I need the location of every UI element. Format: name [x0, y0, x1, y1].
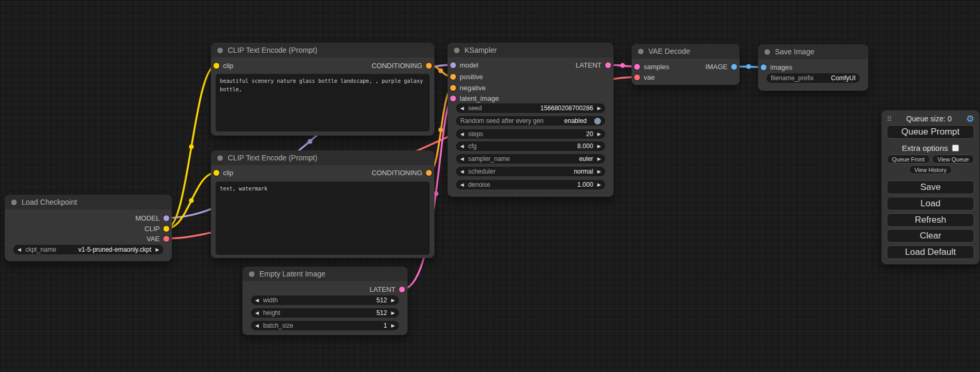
node-title-bar[interactable]: Empty Latent Image	[242, 266, 407, 281]
image-slot-dot[interactable]	[761, 64, 766, 70]
node-title-bar[interactable]: CLIP Text Encode (Prompt)	[211, 43, 434, 58]
input-slot-clip[interactable]: clip	[214, 168, 234, 177]
node-empty-latent-image[interactable]: Empty Latent Image LATENT ◀ width 512 ▶ …	[242, 266, 407, 335]
clip-slot-dot[interactable]	[214, 170, 219, 176]
input-slot-clip[interactable]: clip	[214, 61, 234, 70]
node-title-bar[interactable]: Load Checkpoint	[5, 195, 172, 209]
model-slot-dot[interactable]	[450, 62, 456, 68]
conditioning-slot-dot[interactable]	[450, 74, 456, 80]
conditioning-slot-dot[interactable]	[426, 63, 432, 69]
prev-arrow-icon[interactable]: ◀	[17, 247, 21, 252]
next-arrow-icon[interactable]: ▶	[597, 157, 601, 161]
output-slot-conditioning[interactable]: CONDITIONING	[372, 168, 432, 177]
prev-arrow-icon[interactable]: ◀	[460, 157, 464, 161]
save-button[interactable]: Save	[887, 180, 974, 194]
node-title-bar[interactable]: KSampler	[448, 43, 614, 58]
vae-slot-dot[interactable]	[163, 236, 169, 242]
collapse-icon[interactable]	[11, 199, 17, 205]
collapse-icon[interactable]	[217, 155, 223, 161]
collapse-icon[interactable]	[454, 47, 460, 53]
output-slot-image[interactable]: IMAGE	[705, 62, 737, 71]
batch-size-widget[interactable]: ◀ batch_size 1 ▶	[251, 321, 399, 330]
decrement-arrow-icon[interactable]: ◀	[255, 323, 259, 328]
seed-widget[interactable]: ◀ seed 156680208700286 ▶	[456, 103, 605, 113]
collapse-icon[interactable]	[217, 47, 223, 53]
view-history-button[interactable]: View History	[909, 165, 952, 174]
load-default-button[interactable]: Load Default	[887, 245, 974, 259]
denoise-widget[interactable]: ◀ denoise 1.000 ▶	[456, 180, 605, 189]
latent-slot-dot[interactable]	[399, 287, 405, 292]
output-slot-clip[interactable]: CLIP	[144, 224, 169, 233]
input-slot-latent-image[interactable]: latent_image	[450, 94, 499, 102]
increment-arrow-icon[interactable]: ▶	[391, 298, 395, 303]
drag-handle-icon[interactable]: ⠿	[887, 115, 892, 123]
width-widget[interactable]: ◀ width 512 ▶	[251, 295, 399, 305]
cfg-widget[interactable]: ◀ cfg 8.000 ▶	[456, 141, 605, 151]
positive-prompt-textarea[interactable]: beautiful scenery nature glass bottle la…	[216, 74, 430, 131]
ckpt-name-widget[interactable]: ◀ ckpt_name v1-5-pruned-emaonly.ckpt ▶	[13, 245, 163, 254]
input-slot-negative[interactable]: negative	[450, 83, 486, 92]
next-arrow-icon[interactable]: ▶	[156, 247, 159, 252]
load-button[interactable]: Load	[887, 197, 974, 211]
conditioning-slot-dot[interactable]	[426, 170, 432, 176]
filename-prefix-widget[interactable]: filename_prefix ComfyUI	[766, 73, 860, 83]
steps-widget[interactable]: ◀ steps 20 ▶	[456, 129, 605, 139]
collapse-icon[interactable]	[764, 49, 770, 55]
input-slot-samples[interactable]: samples	[634, 62, 669, 71]
latent-slot-dot[interactable]	[634, 64, 640, 70]
node-ksampler[interactable]: KSampler model positive negative latent_…	[448, 43, 614, 197]
view-queue-button[interactable]: View Queue	[932, 155, 974, 164]
random-seed-toggle-widget[interactable]: Random seed after every gen enabled	[456, 116, 605, 126]
decrement-arrow-icon[interactable]: ◀	[255, 298, 259, 303]
queue-front-button[interactable]: Queue Front	[887, 155, 930, 164]
increment-arrow-icon[interactable]: ▶	[597, 132, 601, 137]
negative-prompt-textarea[interactable]: text, watermark	[216, 182, 430, 255]
output-slot-vae[interactable]: VAE	[147, 234, 169, 243]
node-vae-decode[interactable]: VAE Decode samples vae IMAGE	[632, 44, 740, 85]
prev-arrow-icon[interactable]: ◀	[460, 169, 464, 174]
node-title-bar[interactable]: Save Image	[758, 44, 868, 59]
node-title-bar[interactable]: CLIP Text Encode (Prompt)	[211, 150, 434, 165]
queue-prompt-button[interactable]: Queue Prompt	[887, 125, 974, 139]
model-slot-dot[interactable]	[163, 215, 169, 221]
increment-arrow-icon[interactable]: ▶	[597, 106, 601, 111]
input-slot-model[interactable]: model	[450, 61, 478, 69]
image-slot-dot[interactable]	[731, 64, 737, 70]
menu-panel[interactable]: ⠿ Queue size: 0 ⚙ Queue Prompt Extra opt…	[881, 110, 979, 264]
node-save-image[interactable]: Save Image images filename_prefix ComfyU…	[758, 44, 868, 91]
decrement-arrow-icon[interactable]: ◀	[460, 183, 464, 187]
next-arrow-icon[interactable]: ▶	[597, 169, 601, 174]
decrement-arrow-icon[interactable]: ◀	[255, 311, 259, 316]
clip-slot-dot[interactable]	[214, 63, 219, 69]
conditioning-slot-dot[interactable]	[450, 85, 456, 91]
output-slot-latent[interactable]: LATENT	[576, 61, 611, 69]
clip-slot-dot[interactable]	[163, 226, 169, 232]
increment-arrow-icon[interactable]: ▶	[391, 323, 395, 328]
increment-arrow-icon[interactable]: ▶	[597, 183, 601, 187]
latent-slot-dot[interactable]	[450, 96, 456, 101]
height-widget[interactable]: ◀ height 512 ▶	[251, 308, 399, 318]
collapse-icon[interactable]	[249, 271, 255, 277]
vae-slot-dot[interactable]	[634, 74, 640, 80]
output-slot-latent[interactable]: LATENT	[370, 285, 405, 293]
extra-options-checkbox[interactable]	[952, 145, 959, 151]
increment-arrow-icon[interactable]: ▶	[597, 144, 601, 149]
refresh-button[interactable]: Refresh	[887, 213, 974, 227]
toggle-indicator[interactable]	[594, 118, 601, 125]
output-slot-model[interactable]: MODEL	[135, 214, 169, 222]
collapse-icon[interactable]	[638, 49, 644, 54]
decrement-arrow-icon[interactable]: ◀	[460, 144, 464, 149]
node-title-bar[interactable]: VAE Decode	[632, 44, 740, 59]
input-slot-positive[interactable]: positive	[450, 72, 483, 81]
node-clip-text-encode-positive[interactable]: CLIP Text Encode (Prompt) clip CONDITION…	[211, 43, 434, 136]
node-clip-text-encode-negative[interactable]: CLIP Text Encode (Prompt) clip CONDITION…	[211, 150, 434, 258]
settings-gear-icon[interactable]: ⚙	[966, 115, 974, 123]
input-slot-images[interactable]: images	[761, 63, 792, 71]
input-slot-vae[interactable]: vae	[634, 73, 655, 81]
output-slot-conditioning[interactable]: CONDITIONING	[372, 61, 432, 70]
node-load-checkpoint[interactable]: Load Checkpoint MODEL CLIP VAE ◀ ckpt_na…	[5, 195, 172, 261]
increment-arrow-icon[interactable]: ▶	[391, 311, 395, 316]
graph-canvas[interactable]: { "colors": { "model": "#B39DDB", "clip"…	[0, 0, 980, 372]
decrement-arrow-icon[interactable]: ◀	[460, 132, 464, 137]
decrement-arrow-icon[interactable]: ◀	[460, 106, 464, 111]
